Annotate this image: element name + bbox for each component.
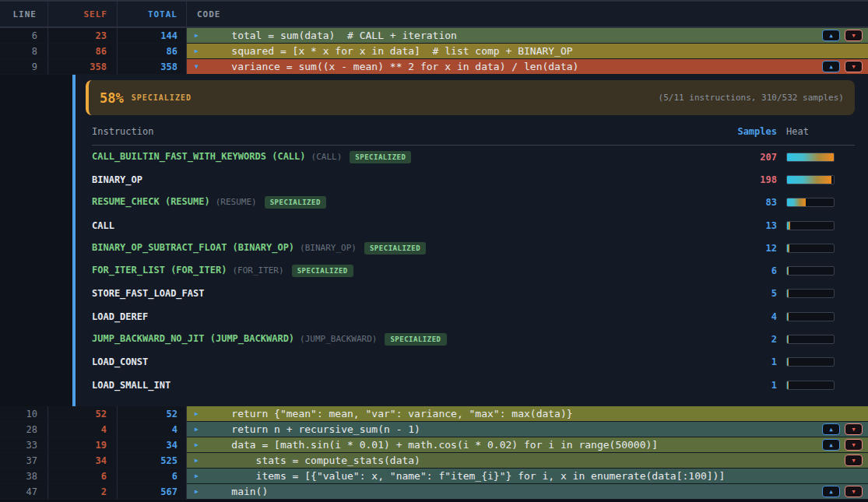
expand-toggle-icon[interactable]: ▶ xyxy=(195,457,207,464)
heat-bar-fill xyxy=(787,198,806,206)
specialized-badge: SPECIALIZED xyxy=(265,196,326,209)
instruction-sample-count: 13 xyxy=(722,220,777,231)
instruction-name: LOAD_DEREF xyxy=(92,311,148,322)
jump-up-button[interactable]: ▲ xyxy=(822,30,840,41)
expand-toggle-icon[interactable]: ▼ xyxy=(195,63,207,70)
instruction-name: RESUME_CHECK (RESUME) xyxy=(92,196,210,207)
code-cell[interactable]: ▶ main() ▲▼ xyxy=(187,484,868,500)
jump-down-button[interactable]: ▼ xyxy=(845,30,863,41)
row-buttons: ▲▼ xyxy=(822,423,868,435)
heat-bar-fill xyxy=(787,290,789,297)
jump-up-button[interactable]: ▲ xyxy=(822,61,840,72)
source-code: stats = compute_stats(data) xyxy=(207,455,420,466)
heat-bar xyxy=(786,153,835,162)
expand-toggle-icon[interactable]: ▶ xyxy=(195,441,207,448)
instruction-name: FOR_ITER_LIST (FOR_ITER) xyxy=(92,265,227,276)
line-number: 38 xyxy=(0,469,48,484)
row-buttons: ▲▼ xyxy=(822,30,868,41)
specialized-badge: SPECIALIZED xyxy=(364,242,426,255)
instruction-row: CALL_BUILTIN_FAST_WITH_KEYWORDS (CALL) (… xyxy=(92,146,855,168)
jump-up-button[interactable]: ▲ xyxy=(822,439,840,451)
expand-toggle-icon[interactable]: ▶ xyxy=(195,488,207,495)
instruction-row: STORE_FAST_LOAD_FAST 5 xyxy=(92,283,855,305)
jump-down-button[interactable]: ▼ xyxy=(845,61,863,72)
jump-down-button[interactable]: ▼ xyxy=(845,439,863,451)
expand-toggle-icon[interactable]: ▶ xyxy=(195,410,207,417)
table-header: LINE SELF TOTAL CODE xyxy=(0,0,868,28)
jump-up-button[interactable]: ▲ xyxy=(822,423,840,435)
source-code: return {"mean": mean, "var": variance, "… xyxy=(207,408,573,420)
code-line-row: 37 34 525 ▶ stats = compute_stats(data) … xyxy=(0,453,868,469)
code-line-row: 8 86 86 ▶ squared = [x * x for x in data… xyxy=(0,44,868,59)
expand-toggle-icon[interactable]: ▶ xyxy=(195,47,207,54)
expand-toggle-icon[interactable]: ▶ xyxy=(195,426,207,433)
line-number: 28 xyxy=(0,422,48,437)
expand-toggle-icon[interactable]: ▶ xyxy=(195,472,207,479)
total-samples: 525 xyxy=(118,453,187,469)
heat-bar xyxy=(786,175,835,184)
column-header-code: CODE xyxy=(187,2,868,26)
instruction-sample-count: 1 xyxy=(722,380,777,391)
specialized-badge: SPECIALIZED xyxy=(350,151,411,163)
instruction-row: BINARY_OP_SUBTRACT_FLOAT (BINARY_OP) (BI… xyxy=(92,237,855,259)
source-code: squared = [x * x for x in data] # list c… xyxy=(207,45,573,57)
self-samples: 52 xyxy=(48,406,118,422)
instruction-name: BINARY_OP_SUBTRACT_FLOAT (BINARY_OP) xyxy=(92,242,294,253)
instruction-table: Instruction Samples Heat CALL_BUILTIN_FA… xyxy=(92,118,855,396)
code-cell[interactable]: ▶ data = [math.sin(i * 0.01) + math.cos(… xyxy=(187,437,868,453)
code-cell[interactable]: ▶ total = sum(data) # CALL + iteration ▲… xyxy=(187,28,868,44)
jump-up-button[interactable]: ▲ xyxy=(822,486,840,497)
instruction-sample-count: 5 xyxy=(722,288,777,299)
heat-bar-fill xyxy=(787,381,789,389)
instruction-name: JUMP_BACKWARD_NO_JIT (JUMP_BACKWARD) xyxy=(92,333,294,344)
total-samples: 86 xyxy=(118,44,187,59)
samples-column-header: Samples xyxy=(722,126,777,137)
total-samples: 4 xyxy=(118,422,187,437)
code-cell[interactable]: ▶ items = [{"value": x, "name": f"item_{… xyxy=(187,469,868,484)
specialization-summary: (5/11 instructions, 310/532 samples) xyxy=(659,93,844,103)
source-code: total = sum(data) # CALL + iteration xyxy=(207,30,457,41)
code-cell[interactable]: ▶ squared = [x * x for x in data] # list… xyxy=(187,44,868,59)
instruction-rows: CALL_BUILTIN_FAST_WITH_KEYWORDS (CALL) (… xyxy=(92,146,855,396)
line-number: 6 xyxy=(0,28,48,44)
heat-bar-fill xyxy=(787,267,789,275)
heat-bar xyxy=(786,266,835,276)
self-samples: 358 xyxy=(48,59,118,75)
instruction-row: LOAD_DEREF 4 xyxy=(92,305,855,328)
instruction-row: FOR_ITER_LIST (FOR_ITER) (FOR_ITER) SPEC… xyxy=(92,259,855,282)
heat-bar-fill xyxy=(787,244,789,252)
code-cell[interactable]: ▶ return n + recursive_sum(n - 1) ▲▼ xyxy=(187,422,868,437)
jump-down-button[interactable]: ▼ xyxy=(845,455,863,466)
panel-content: 58% SPECIALIZED (5/11 instructions, 310/… xyxy=(76,75,868,406)
total-samples: 34 xyxy=(118,437,187,453)
code-rows-bottom: 10 52 52 ▶ return {"mean": mean, "var": … xyxy=(0,406,868,500)
self-samples: 34 xyxy=(48,453,118,469)
column-header-line: LINE xyxy=(0,2,48,26)
code-cell[interactable]: ▶ stats = compute_stats(data) ▼ xyxy=(187,453,868,469)
total-samples: 144 xyxy=(118,28,187,44)
code-rows-top: 6 23 144 ▶ total = sum(data) # CALL + it… xyxy=(0,28,868,75)
code-line-row: 10 52 52 ▶ return {"mean": mean, "var": … xyxy=(0,406,868,422)
heat-bar-fill xyxy=(787,358,789,366)
source-code: variance = sum((x - mean) ** 2 for x in … xyxy=(207,61,578,72)
line-number: 33 xyxy=(0,437,48,453)
row-buttons: ▲▼ xyxy=(822,486,868,497)
expanded-line-panel: 58% SPECIALIZED (5/11 instructions, 310/… xyxy=(0,75,868,406)
source-code: return n + recursive_sum(n - 1) xyxy=(207,423,420,435)
jump-down-button[interactable]: ▼ xyxy=(845,423,863,435)
code-line-row: 6 23 144 ▶ total = sum(data) # CALL + it… xyxy=(0,28,868,44)
code-line-row: 47 2 567 ▶ main() ▲▼ xyxy=(0,484,868,500)
heat-bar-fill xyxy=(787,153,834,161)
self-samples: 19 xyxy=(48,437,118,453)
heat-bar-fill xyxy=(787,176,831,184)
row-buttons: ▲▼ xyxy=(822,439,868,451)
jump-down-button[interactable]: ▼ xyxy=(845,486,863,497)
code-cell[interactable]: ▼ variance = sum((x - mean) ** 2 for x i… xyxy=(187,59,868,75)
expand-toggle-icon[interactable]: ▶ xyxy=(195,32,207,39)
code-cell[interactable]: ▶ return {"mean": mean, "var": variance,… xyxy=(187,406,868,422)
heat-bar-fill xyxy=(787,222,790,230)
instruction-sample-count: 198 xyxy=(722,174,777,185)
source-code: items = [{"value": x, "name": f"item_{i}… xyxy=(207,470,725,482)
instruction-row: LOAD_SMALL_INT 1 xyxy=(92,374,855,396)
self-samples: 23 xyxy=(48,28,118,44)
